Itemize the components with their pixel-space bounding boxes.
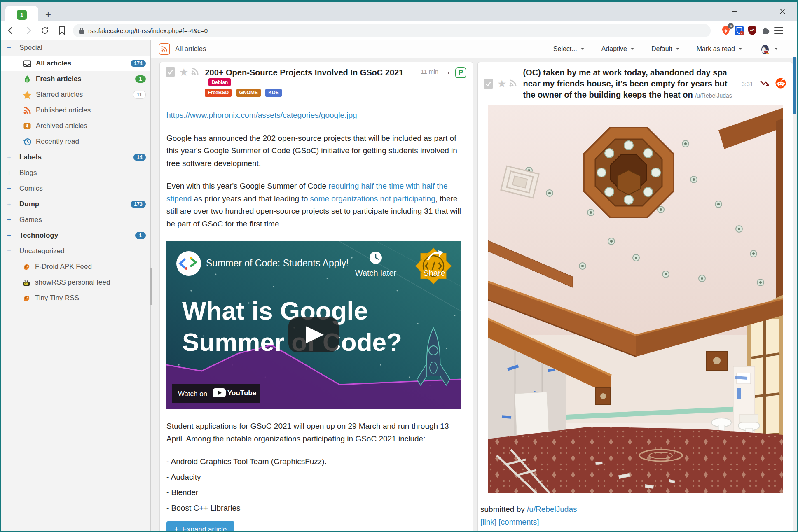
bookmark-button[interactable]	[55, 23, 69, 37]
article-checkbox[interactable]	[484, 79, 493, 89]
close-button[interactable]	[770, 2, 794, 20]
expand-icon[interactable]: +	[7, 216, 13, 224]
image-link[interactable]: https://www.phoronix.com/assets/categori…	[166, 111, 357, 119]
publish-toggle-icon[interactable]	[509, 79, 517, 89]
select-dropdown[interactable]: Select...	[553, 45, 584, 53]
paragraph: Google has announced the 202 open-source…	[166, 132, 466, 170]
scrollbar-thumb[interactable]	[793, 57, 796, 114]
score-arrow-icon[interactable]	[760, 79, 770, 89]
maximize-button[interactable]	[747, 2, 770, 20]
mark-as-read-dropdown[interactable]: Mark as read	[697, 45, 742, 53]
inline-link[interactable]: some organizations not participating	[310, 194, 435, 203]
watch-on-youtube-button[interactable]: Watch on YouTube	[172, 384, 260, 403]
brave-shields-button[interactable]: 4	[719, 24, 732, 37]
browser-tab[interactable]: 1	[5, 6, 38, 23]
reload-button[interactable]	[38, 23, 52, 37]
open-original-arrow-icon[interactable]: →	[442, 67, 451, 97]
article-age: 3:31	[742, 81, 753, 87]
chevron-down-icon	[676, 48, 679, 50]
expand-icon[interactable]: +	[7, 153, 13, 161]
author-link[interactable]: /u/RebelJudas	[527, 505, 577, 513]
sidebar-item-all-articles[interactable]: All articles 174	[1, 56, 150, 71]
plus-icon: +	[174, 525, 179, 532]
published-articles-icon	[23, 106, 32, 115]
svg-text:uO: uO	[750, 28, 754, 32]
sidebar-category-blogs[interactable]: + Blogs	[1, 165, 150, 181]
publish-toggle-icon[interactable]	[191, 67, 199, 97]
article-title-link[interactable]: 200+ Open-Source Projects Involved In GS…	[205, 68, 403, 77]
back-button[interactable]	[4, 23, 18, 37]
new-tab-button[interactable]: +	[42, 8, 55, 21]
starred-articles-icon	[23, 90, 32, 99]
collapse-icon[interactable]: −	[7, 44, 13, 52]
tab-favicon: 1	[17, 10, 27, 20]
video-title[interactable]: Summer of Code: Students Apply!	[206, 258, 349, 268]
sidebar-feed-ttrss[interactable]: Tiny Tiny RSS	[1, 290, 150, 306]
sidebar-item-fresh-articles[interactable]: Fresh articles 1	[1, 71, 150, 87]
count-badge: 11	[133, 91, 146, 99]
feed-tree-sidebar: − Special All articles 174 Fresh article…	[1, 40, 151, 531]
sidebar-section-special[interactable]: − Special	[1, 40, 150, 56]
category-label: Labels	[19, 153, 133, 161]
expand-article-button[interactable]: + Expand article	[166, 521, 234, 532]
star-toggle-icon[interactable]: ★	[179, 67, 188, 97]
expand-icon[interactable]: +	[7, 184, 13, 193]
org-list-item: - Boost C++ Libraries	[166, 502, 466, 515]
url-bar[interactable]: rss.fakecake.org/tt-rss/index.php#f=-4&c…	[73, 24, 711, 37]
sidebar-category-comics[interactable]: + Comics	[1, 181, 150, 196]
sidebar-category-dump[interactable]: + Dump 173	[1, 196, 150, 212]
section-label: Special	[19, 44, 150, 52]
expand-icon[interactable]: +	[7, 169, 13, 177]
browser-navbar: rss.fakecake.org/tt-rss/index.php#f=-4&c…	[1, 21, 797, 40]
youtube-embed[interactable]: Summer of Code: Students Apply! Watch la…	[166, 241, 461, 409]
expand-icon[interactable]: +	[7, 200, 13, 208]
label-badge-freebsd: FreeBSD	[205, 89, 232, 97]
sidebar-item-published-articles[interactable]: Published articles	[1, 103, 150, 118]
browser-menu-button[interactable]	[772, 24, 785, 37]
sidebar-category-uncategorized[interactable]: − Uncategorized	[1, 243, 150, 259]
reload-icon	[40, 26, 49, 35]
select-dropdown-label: Select...	[553, 45, 577, 53]
category-label: Blogs	[19, 169, 150, 177]
sidebar-feed-showrss[interactable]: showRSS personal feed	[1, 275, 150, 290]
forward-button[interactable]	[21, 23, 35, 37]
collapse-icon[interactable]: −	[7, 247, 13, 255]
carpet	[488, 427, 783, 493]
profile-menu[interactable]	[759, 43, 778, 55]
reddit-site-icon[interactable]	[775, 78, 786, 90]
sort-order-dropdown[interactable]: Default	[651, 45, 679, 53]
extensions-button[interactable]	[759, 24, 772, 37]
spa-photo	[488, 105, 783, 493]
minimize-icon	[732, 11, 737, 12]
label-badge-gnome: GNOME	[236, 89, 261, 97]
article-author: /u/RebelJudas	[695, 92, 732, 99]
article-panel-reddit: ★ (OC) taken by me at work today, abando…	[477, 62, 793, 532]
ublock-button[interactable]: uO	[746, 24, 759, 37]
check-icon	[167, 69, 173, 75]
showrss-feed-favicon	[22, 278, 31, 287]
view-mode-dropdown[interactable]: Adaptive	[601, 45, 634, 53]
play-button[interactable]	[288, 317, 339, 352]
sidebar-item-starred-articles[interactable]: Starred articles 11	[1, 87, 150, 103]
sidebar-item-recently-read[interactable]: Recently read	[1, 134, 150, 149]
bitwarden-button[interactable]	[732, 24, 746, 37]
sidebar-splitter[interactable]	[150, 268, 152, 305]
category-label: Dump	[19, 200, 131, 208]
expand-icon[interactable]: +	[7, 231, 13, 240]
sidebar-category-labels[interactable]: + Labels 14	[1, 149, 150, 165]
star-toggle-icon[interactable]: ★	[497, 79, 506, 89]
minimize-button[interactable]	[723, 2, 747, 20]
sidebar-category-games[interactable]: + Games	[1, 212, 150, 228]
sidebar-category-technology[interactable]: + Technology 1	[1, 228, 150, 243]
headlines-toolbar: All articles Select... Adaptive Default …	[151, 40, 797, 58]
sidebar-feed-fdroid[interactable]: F-Droid APK Feed	[1, 259, 150, 275]
feed-label: Fresh articles	[36, 75, 135, 83]
paragraph: Student applications for GSoC 2021 will …	[166, 420, 466, 445]
sidebar-item-archived-articles[interactable]: Archived articles	[1, 118, 150, 134]
label-badge-kde: KDE	[265, 89, 281, 97]
reddit-links[interactable]: [link] [comments]	[480, 518, 539, 526]
article-checkbox[interactable]	[166, 67, 175, 77]
phoronix-site-icon[interactable]: P	[455, 67, 466, 78]
label-badge-debian: Debian	[208, 78, 231, 86]
category-label: Games	[19, 216, 150, 224]
